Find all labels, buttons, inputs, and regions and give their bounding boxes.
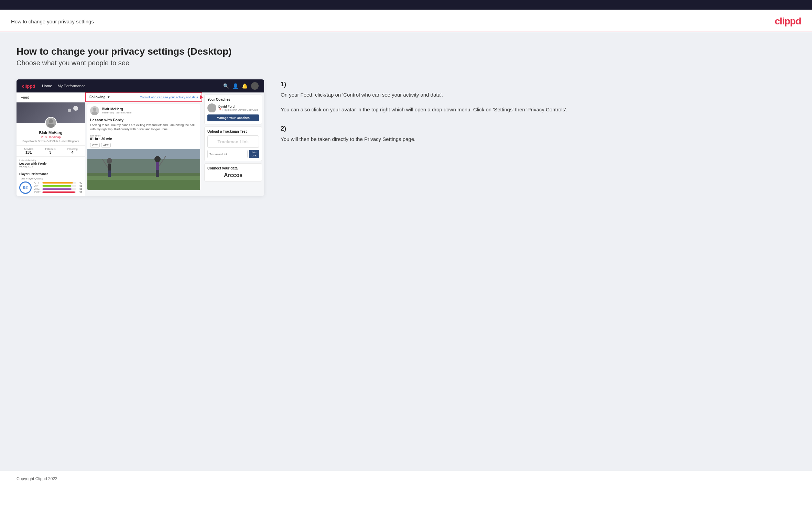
- instruction-2: 2) You will then be taken directly to th…: [281, 125, 795, 144]
- latest-activity-label: Latest Activity: [19, 159, 82, 162]
- trackman-widget-title: Upload a Trackman Test: [207, 130, 259, 133]
- profile-section: [17, 102, 85, 123]
- bar-arg: ARG 86: [34, 188, 82, 190]
- post-user-meta: Yesterday · Sunningdale: [102, 111, 131, 114]
- control-privacy-link[interactable]: Control who can see your activity and da…: [140, 96, 198, 99]
- stat-followers-value: 3: [49, 150, 51, 154]
- app-body: Feed: [17, 92, 264, 196]
- quality-label: Total Player Quality: [19, 177, 82, 180]
- instruction-1-part1: On your Feed, click/tap on 'Control who …: [281, 91, 795, 99]
- post-tags: OTT APP: [87, 142, 200, 149]
- app-right-sidebar: Your Coaches David Ford 📍 Royal North De…: [202, 92, 264, 196]
- stat-activities-label: Activities: [24, 148, 33, 150]
- app-mockup: clippd Home My Performance 🔍 👤 🔔 Feed: [17, 79, 264, 196]
- stat-followers-label: Followers: [45, 148, 56, 150]
- connect-widget-title: Connect your data: [207, 166, 259, 170]
- svg-rect-16: [158, 170, 159, 177]
- coach-club-text: Royal North Devon Golf Club: [223, 108, 258, 111]
- profile-name: Blair McHarg: [19, 131, 82, 135]
- manage-coaches-button[interactable]: Manage Your Coaches: [207, 114, 259, 121]
- search-icon[interactable]: 🔍: [223, 83, 229, 89]
- coach-club: 📍 Royal North Devon Golf Club: [218, 108, 258, 111]
- instruction-1-number: 1): [281, 81, 795, 88]
- coaches-widget-title: Your Coaches: [207, 98, 259, 101]
- location-icon: 📍: [218, 108, 222, 111]
- app-sidebar: Feed: [17, 92, 85, 196]
- app-logo: clippd: [22, 84, 35, 89]
- breadcrumb: How to change your privacy settings: [11, 19, 94, 24]
- quality-row: 92 OTT 90 APP: [19, 181, 82, 194]
- app-nav-links: Home My Performance: [42, 84, 216, 88]
- quality-score: 92: [19, 181, 32, 194]
- quality-bars: OTT 90 APP: [34, 181, 82, 194]
- profile-stats: Activities 131 Followers 3 Following 4: [17, 146, 85, 157]
- instructions-panel: 1) On your Feed, click/tap on 'Control w…: [281, 79, 795, 154]
- svg-rect-10: [108, 170, 109, 177]
- avatar[interactable]: [251, 82, 259, 90]
- arccos-logo: Arccos: [207, 172, 259, 178]
- bar-putt: PUTT 96: [34, 191, 82, 193]
- stat-following-value: 4: [72, 150, 74, 154]
- clippd-logo: clippd: [775, 16, 801, 27]
- trackman-widget: Upload a Trackman Test Trackman Link Add…: [204, 126, 262, 161]
- post-avatar: [90, 106, 99, 115]
- svg-rect-15: [156, 170, 158, 177]
- trackman-input[interactable]: [207, 150, 248, 158]
- coach-item: David Ford 📍 Royal North Devon Golf Club: [207, 103, 259, 112]
- content-row: clippd Home My Performance 🔍 👤 🔔 Feed: [17, 79, 795, 196]
- instruction-2-number: 2): [281, 125, 795, 132]
- following-button[interactable]: Following ▼: [89, 95, 110, 99]
- coaches-widget: Your Coaches David Ford 📍 Royal North De…: [204, 95, 262, 124]
- stat-following: Following 4: [67, 148, 78, 154]
- nav-home[interactable]: Home: [42, 84, 52, 88]
- duration-label: Duration: [90, 134, 100, 137]
- post-card: Blair McHarg Yesterday · Sunningdale Les…: [87, 104, 200, 190]
- bar-ott: OTT 90: [34, 181, 82, 184]
- svg-point-1: [47, 124, 54, 129]
- bar-app: APP 85: [34, 185, 82, 187]
- post-header: Blair McHarg Yesterday · Sunningdale: [87, 104, 200, 117]
- profile-avatar: [45, 117, 57, 129]
- page-title: How to change your privacy settings (Des…: [17, 46, 795, 57]
- stat-activities-value: 131: [25, 150, 32, 154]
- app-main-feed: Following ▼ Control who can see your act…: [85, 92, 202, 196]
- coach-info: David Ford 📍 Royal North Devon Golf Club: [218, 105, 258, 111]
- trackman-placeholder-text: Trackman Link: [217, 139, 249, 144]
- main-content: How to change your privacy settings (Des…: [0, 32, 812, 471]
- footer: Copyright Clippd 2022: [0, 471, 812, 487]
- stat-activities: Activities 131: [24, 148, 33, 154]
- latest-activity-name: Lesson with Fordy: [19, 162, 82, 165]
- golf-ball-deco-2: [68, 109, 71, 112]
- app-navbar: clippd Home My Performance 🔍 👤 🔔: [17, 79, 264, 92]
- app-nav-icons: 🔍 👤 🔔: [223, 82, 259, 90]
- post-user-name: Blair McHarg: [102, 107, 131, 111]
- connect-widget: Connect your data Arccos: [204, 163, 262, 181]
- coach-avatar: [207, 103, 216, 112]
- profile-handicap: Plus Handicap: [19, 135, 82, 139]
- svg-rect-11: [109, 170, 111, 177]
- feed-tab[interactable]: Feed: [17, 92, 85, 102]
- copyright-text: Copyright Clippd 2022: [17, 476, 57, 481]
- svg-point-8: [107, 158, 112, 164]
- following-label: Following: [89, 95, 106, 99]
- page-subheading: Choose what you want people to see: [17, 59, 795, 67]
- page-header: How to change your privacy settings clip…: [0, 10, 812, 32]
- user-icon[interactable]: 👤: [232, 83, 238, 89]
- nav-my-performance[interactable]: My Performance: [58, 84, 86, 88]
- instruction-1-part2: You can also click on your avatar in the…: [281, 106, 795, 114]
- tag-app: APP: [101, 143, 111, 147]
- instruction-1: 1) On your Feed, click/tap on 'Control w…: [281, 81, 795, 114]
- trackman-input-row: Add Link: [207, 150, 259, 158]
- post-duration: Duration 01 hr : 30 min: [87, 133, 200, 142]
- trackman-add-button[interactable]: Add Link: [249, 150, 259, 158]
- player-performance: Player Performance Total Player Quality …: [17, 170, 85, 196]
- bell-icon[interactable]: 🔔: [242, 83, 248, 89]
- post-desc: Looking to feel like my hands are exitin…: [87, 123, 200, 133]
- top-bar: [0, 0, 812, 10]
- stat-following-label: Following: [67, 148, 78, 150]
- svg-point-0: [48, 119, 53, 123]
- golf-ball-deco: [73, 106, 78, 111]
- feed-header-wrapper: Following ▼ Control who can see your act…: [85, 92, 202, 102]
- tag-ott: OTT: [90, 143, 100, 147]
- profile-club: Royal North Devon Golf Club, United King…: [19, 140, 82, 143]
